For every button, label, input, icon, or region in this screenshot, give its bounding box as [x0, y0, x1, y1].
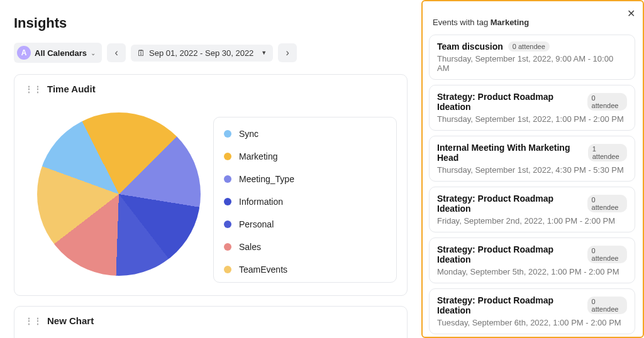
attendee-badge: 0 attendee [587, 246, 627, 263]
event-card[interactable]: Strategy: Product Roadmap Ideation0 atte… [429, 187, 635, 232]
legend-item[interactable]: Sync [223, 123, 387, 145]
legend-label: Sync [239, 129, 258, 139]
event-time: Tuesday, September 6th, 2022, 1:00 PM - … [437, 318, 627, 327]
event-head: Strategy: Product Roadmap Ideation0 atte… [437, 92, 627, 112]
legend-label: Marketing [239, 151, 277, 161]
event-card[interactable]: Strategy: Product Roadmap Ideation0 atte… [429, 85, 635, 131]
event-time: Thursday, September 1st, 2022, 4:30 PM -… [437, 165, 627, 175]
new-chart-card: ⋮⋮ New Chart [14, 306, 408, 338]
legend-swatch [224, 175, 231, 183]
attendee-badge: 0 attendee [508, 41, 550, 52]
attendee-badge: 0 attendee [587, 93, 627, 111]
event-name: Strategy: Product Roadmap Ideation [437, 92, 582, 112]
legend-swatch [224, 243, 231, 251]
event-head: Team discusion0 attendee [437, 41, 627, 52]
event-card[interactable]: Internal Meeting With Marketing Head1 at… [429, 136, 635, 182]
legend-label: Information [239, 197, 283, 207]
legend-swatch [224, 130, 231, 138]
drag-handle-icon[interactable]: ⋮⋮ [25, 316, 42, 326]
avatar: A [17, 46, 31, 60]
calendar-icon: 🗓 [137, 48, 145, 58]
attendee-badge: 0 attendee [587, 195, 627, 212]
event-name: Internal Meeting With Marketing Head [437, 143, 583, 163]
legend-label: Personal [239, 219, 274, 229]
calendars-dropdown[interactable]: A All Calendars ⌄ [14, 43, 102, 63]
chart-legend: SyncMarketingMeeting_TypeInformationPers… [213, 117, 397, 283]
panel-title-prefix: Events with tag [433, 18, 491, 27]
legend-item[interactable]: Personal [223, 213, 387, 236]
events-side-panel: ✕ Events with tag Marketing Team discusi… [421, 0, 644, 338]
caret-down-icon: ▼ [261, 50, 267, 56]
close-icon: ✕ [627, 8, 635, 19]
legend-label: TeamEvents [239, 264, 287, 275]
legend-label: Meeting_Type [239, 174, 294, 184]
legend-item[interactable]: Sales [223, 236, 387, 258]
chevron-left-icon: ‹ [114, 47, 118, 58]
event-head: Strategy: Product Roadmap Ideation0 atte… [437, 194, 627, 214]
legend-item[interactable]: Meeting_Type [223, 168, 387, 190]
chevron-right-icon: › [286, 47, 289, 58]
chevron-down-icon: ⌄ [91, 50, 96, 57]
event-time: Thursday, September 1st, 2022, 1:00 PM -… [437, 114, 627, 124]
card-title: New Chart [47, 315, 94, 326]
event-name: Strategy: Product Roadmap Ideation [437, 244, 582, 264]
close-button[interactable]: ✕ [627, 8, 635, 19]
prev-button[interactable]: ‹ [107, 43, 126, 62]
chart-body: SyncMarketingMeeting_TypeInformationPers… [25, 101, 397, 283]
event-card[interactable]: Team discusion0 attendeeThursday, Septem… [429, 35, 635, 80]
date-range-label: Sep 01, 2022 - Sep 30, 2022 [149, 48, 253, 58]
card-header: ⋮⋮ New Chart [25, 315, 397, 326]
event-head: Strategy: Product Roadmap Ideation0 atte… [437, 244, 627, 264]
event-card[interactable]: Strategy: Product Roadmap Ideation0 atte… [429, 237, 635, 283]
legend-swatch [224, 266, 231, 273]
event-name: Strategy: Product Roadmap Ideation [437, 295, 582, 315]
next-button[interactable]: › [278, 43, 297, 62]
legend-label: Sales [239, 242, 261, 252]
event-card[interactable]: Strategy: Product Roadmap Ideation0 atte… [429, 288, 635, 334]
date-range-picker[interactable]: 🗓 Sep 01, 2022 - Sep 30, 2022 ▼ [131, 45, 273, 62]
legend-item[interactable]: Marketing [223, 145, 387, 168]
panel-title: Events with tag Marketing [429, 8, 636, 35]
event-time: Monday, September 5th, 2022, 1:00 PM - 2… [437, 267, 627, 276]
event-time: Thursday, September 1st, 2022, 9:00 AM -… [437, 54, 627, 73]
page-title: Insights [14, 15, 408, 31]
panel-title-tag: Marketing [491, 18, 529, 27]
event-head: Strategy: Product Roadmap Ideation0 atte… [437, 295, 627, 315]
legend-item[interactable]: Information [223, 190, 387, 213]
legend-item[interactable]: TeamEvents [223, 258, 387, 281]
toolbar: A All Calendars ⌄ ‹ 🗓 Sep 01, 2022 - Sep… [14, 43, 408, 63]
card-header: ⋮⋮ Time Audit [25, 84, 397, 94]
drag-handle-icon[interactable]: ⋮⋮ [25, 84, 42, 94]
pie-chart-wrap [25, 106, 213, 283]
calendars-label: All Calendars [35, 48, 87, 58]
event-name: Team discusion [437, 41, 503, 52]
time-audit-card: ⋮⋮ Time Audit SyncMarketingMeeting_TypeI… [14, 74, 408, 296]
event-name: Strategy: Product Roadmap Ideation [437, 194, 582, 214]
legend-swatch [224, 153, 231, 160]
event-list[interactable]: Team discusion0 attendeeThursday, Septem… [429, 35, 636, 338]
main-area: Insights A All Calendars ⌄ ‹ 🗓 Sep 01, 2… [0, 0, 421, 338]
attendee-badge: 1 attendee [588, 144, 627, 161]
legend-swatch [224, 198, 231, 205]
event-head: Internal Meeting With Marketing Head1 at… [437, 143, 627, 163]
legend-swatch [224, 221, 231, 228]
card-title: Time Audit [47, 84, 96, 94]
pie-chart[interactable] [37, 112, 201, 276]
event-time: Friday, September 2nd, 2022, 1:00 PM - 2… [437, 216, 627, 226]
attendee-badge: 0 attendee [587, 297, 627, 314]
